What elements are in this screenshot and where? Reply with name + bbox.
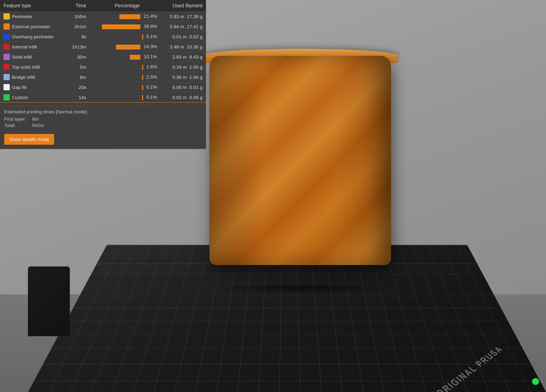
feature-name-cell: Internal infill — [0, 42, 65, 52]
color-swatch — [3, 54, 10, 60]
total-row: Total: 5h2m — [4, 123, 202, 128]
table-divider — [0, 103, 206, 106]
info-panel: Feature type Time Percentage Used filame… — [0, 0, 206, 150]
percentage-value: 2.5% — [146, 74, 157, 80]
time-cell: 20s — [65, 82, 90, 92]
filament-cell: 0.34 m 1.00 g — [161, 62, 206, 72]
table-row: Custom 14s 0.1% 0.02 m 0.06 g — [0, 92, 206, 103]
total-label: Total: — [4, 123, 32, 128]
color-swatch — [3, 94, 10, 100]
first-layer-value: 8m — [32, 116, 39, 122]
table-row: Top solid infill 5m 1.6% 0.34 m 1.00 g — [0, 62, 206, 72]
percentage-value: 39.9% — [144, 24, 157, 29]
table-row: Overhang perimeter 9s 0.1% 0.01 m 0.02 g — [0, 32, 206, 42]
bar-percentage-cell: 10.1% — [90, 52, 161, 62]
time-cell: 1h5m — [65, 12, 90, 22]
filament-cell: 0.00 m 0.01 g — [161, 82, 206, 92]
percentage-value: 0.1% — [146, 84, 157, 90]
bar-percentage-cell: 24.3% — [90, 42, 161, 52]
first-layer-label: First layer: — [4, 116, 32, 122]
feature-name-cell: Perimeter — [0, 12, 65, 22]
feature-label: Custom — [12, 95, 28, 100]
feature-label: Gap fill — [12, 85, 27, 90]
percentage-value: 1.6% — [146, 64, 157, 69]
feature-label: Top solid infill — [12, 65, 40, 70]
stealth-mode-button[interactable]: Show stealth mode — [4, 134, 54, 145]
col-header-time: Time — [65, 0, 90, 12]
bar-percentage-cell: 0.1% — [90, 82, 161, 92]
feature-label: Overhang perimeter — [12, 34, 54, 39]
feature-name-cell: Gap fill — [0, 82, 65, 92]
time-cell: 1h13m — [65, 42, 90, 52]
bar-percentage-cell: 1.6% — [90, 62, 161, 72]
table-row: Solid infill 30m 10.1% 2.83 m 8.43 g — [0, 52, 206, 62]
bar-percentage-cell: 0.1% — [90, 92, 161, 103]
filament-cell: 0.01 m 0.02 g — [161, 32, 206, 42]
status-indicator — [532, 378, 539, 385]
col-header-percentage: Percentage — [90, 0, 161, 12]
table-row: External perimeter 2h1m 39.9% 5.84 m 17.… — [0, 22, 206, 32]
feature-name-cell: Solid infill — [0, 52, 65, 62]
time-cell: 9s — [65, 32, 90, 42]
percentage-value: 0.1% — [146, 34, 157, 39]
feature-name-cell: Top solid infill — [0, 62, 65, 72]
table-header-row: Feature type Time Percentage Used filame… — [0, 0, 206, 12]
feature-name-cell: Bridge infill — [0, 72, 65, 82]
model-body — [209, 56, 391, 265]
time-cell: 14s — [65, 92, 90, 103]
3d-model — [202, 21, 398, 293]
estimated-label: Estimated printing times [Normal mode]: — [4, 109, 202, 114]
bar-percentage-cell: 21.4% — [90, 12, 161, 22]
platform-bump — [28, 266, 70, 336]
filament-cell: 5.83 m 17.38 g — [161, 12, 206, 22]
time-cell: 2h1m — [65, 22, 90, 32]
feature-name-cell: Overhang perimeter — [0, 32, 65, 42]
feature-label: Bridge infill — [12, 75, 35, 80]
summary-section: Estimated printing times [Normal mode]: … — [0, 106, 206, 131]
feature-name-cell: Custom — [0, 92, 65, 103]
color-swatch — [3, 74, 10, 80]
table-row: Gap fill 20s 0.1% 0.00 m 0.01 g — [0, 82, 206, 92]
feature-label: External perimeter — [12, 24, 50, 29]
filament-cell: 3.48 m 10.36 g — [161, 42, 206, 52]
feature-label: Solid infill — [12, 54, 32, 60]
feature-label: Perimeter — [12, 14, 32, 19]
filament-cell: 0.36 m 1.06 g — [161, 72, 206, 82]
color-swatch — [3, 64, 10, 70]
color-swatch — [3, 33, 10, 40]
time-cell: 8m — [65, 72, 90, 82]
time-cell: 30m — [65, 52, 90, 62]
filament-cell: 2.83 m 8.43 g — [161, 52, 206, 62]
filament-cell: 5.84 m 17.41 g — [161, 22, 206, 32]
table-row: Internal infill 1h13m 24.3% 3.48 m 10.36… — [0, 42, 206, 52]
percentage-value: 10.1% — [144, 54, 157, 59]
model-shadow — [213, 282, 388, 293]
color-swatch — [3, 84, 10, 90]
percentage-value: 21.4% — [144, 14, 157, 19]
feature-table: Feature type Time Percentage Used filame… — [0, 0, 206, 106]
table-row: Perimeter 1h5m 21.4% 5.83 m 17.38 g — [0, 12, 206, 22]
bar-percentage-cell: 2.5% — [90, 72, 161, 82]
table-row: Bridge infill 8m 2.5% 0.36 m 1.06 g — [0, 72, 206, 82]
color-swatch — [3, 44, 10, 50]
percentage-value: 0.1% — [146, 95, 157, 100]
col-header-filament: Used filament — [161, 0, 206, 12]
color-swatch — [3, 23, 10, 30]
first-layer-row: First layer: 8m — [4, 116, 202, 122]
col-header-feature: Feature type — [0, 0, 65, 12]
bar-percentage-cell: 39.9% — [90, 22, 161, 32]
percentage-value: 24.3% — [144, 44, 157, 49]
filament-cell: 0.02 m 0.06 g — [161, 92, 206, 103]
feature-name-cell: External perimeter — [0, 22, 65, 32]
color-swatch — [3, 13, 10, 20]
bar-percentage-cell: 0.1% — [90, 32, 161, 42]
feature-label: Internal infill — [12, 44, 37, 50]
time-cell: 5m — [65, 62, 90, 72]
total-value: 5h2m — [32, 123, 44, 128]
